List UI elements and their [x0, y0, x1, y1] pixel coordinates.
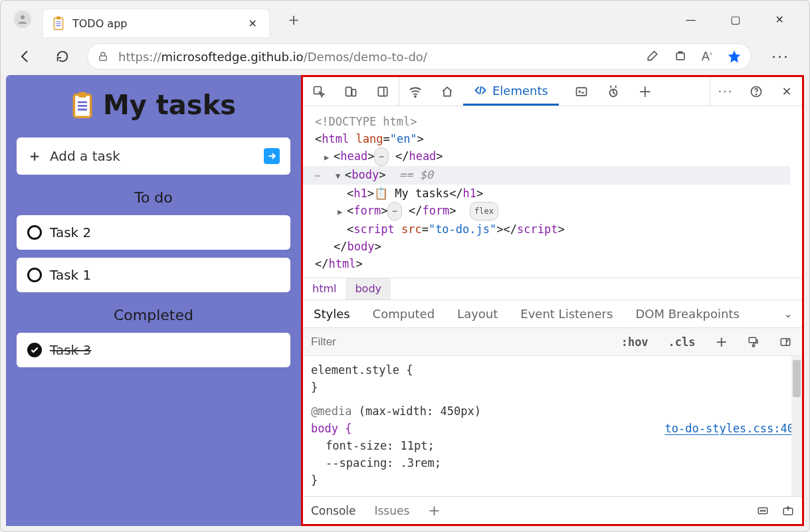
cls-toggle[interactable]: .cls — [664, 333, 700, 351]
lock-icon[interactable] — [97, 50, 109, 62]
svg-rect-7 — [676, 53, 684, 60]
clipboard-icon — [71, 91, 94, 119]
address-bar[interactable]: https://microsoftedge.github.io/Demos/de… — [87, 43, 752, 70]
source-link[interactable]: to-do-styles.css:40 — [665, 420, 794, 437]
crumb-html[interactable]: html — [303, 278, 346, 300]
title-bar: TODO app ✕ ＋ — ▢ ✕ — [1, 1, 809, 38]
scrollbar[interactable] — [791, 356, 802, 496]
panel-layout-icon[interactable] — [367, 85, 399, 98]
task-row[interactable]: Task 2 — [17, 215, 290, 250]
task-label: Task 1 — [50, 267, 91, 283]
close-icon[interactable]: ✕ — [771, 9, 788, 30]
task-row-completed[interactable]: Task 3 — [17, 333, 290, 367]
toolbar: https://microsoftedge.github.io/Demos/de… — [1, 38, 809, 75]
submit-arrow-icon[interactable] — [264, 148, 280, 164]
css-property[interactable]: --spacing: .3rem; — [311, 454, 794, 472]
clipboard-icon: 📋 — [374, 187, 388, 200]
checkbox-checked-icon[interactable] — [27, 343, 42, 357]
drawer-add-tab-icon[interactable]: + — [428, 502, 440, 519]
page-title: My tasks — [17, 90, 290, 120]
tab-computed[interactable]: Computed — [371, 302, 437, 326]
app-icon[interactable] — [674, 49, 687, 64]
svg-rect-16 — [378, 87, 387, 96]
clipboard-icon — [52, 16, 64, 31]
tab-layout[interactable]: Layout — [456, 302, 499, 326]
more-tools-icon[interactable]: ··· — [710, 77, 741, 106]
styles-filter-row: :hov .cls + — [303, 328, 802, 356]
source-link[interactable]: to-do-styles.css:1 — [672, 494, 794, 496]
maximize-icon[interactable]: ▢ — [726, 9, 744, 30]
checkbox-empty-icon[interactable] — [27, 225, 42, 240]
tab-close-icon[interactable]: ✕ — [246, 15, 260, 33]
tab-title: TODO app — [72, 17, 238, 30]
svg-rect-2 — [56, 17, 60, 19]
profile-avatar[interactable] — [14, 11, 31, 28]
network-conditions-icon[interactable] — [399, 84, 431, 99]
tab-dom-breakpoints[interactable]: DOM Breakpoints — [634, 302, 740, 326]
drawer-dock-icon[interactable] — [757, 505, 769, 517]
title-text: My tasks — [103, 90, 236, 120]
task-row[interactable]: Task 1 — [17, 258, 290, 292]
address-actions: A› — [635, 49, 742, 64]
add-task-card[interactable]: ＋ Add a task — [17, 137, 290, 175]
svg-line-25 — [613, 92, 615, 94]
css-property[interactable]: font-size: 11pt; — [311, 437, 794, 454]
todo-app: My tasks ＋ Add a task To do Task 2 Task … — [6, 75, 301, 526]
content-area: My tasks ＋ Add a task To do Task 2 Task … — [6, 75, 804, 526]
section-todo-label: To do — [17, 183, 290, 207]
svg-rect-14 — [346, 87, 352, 96]
new-style-rule-icon[interactable]: + — [712, 331, 732, 353]
help-icon[interactable] — [741, 77, 771, 106]
back-icon[interactable] — [14, 44, 38, 68]
drawer-tab-issues[interactable]: Issues — [375, 504, 410, 517]
dom-breadcrumbs: html body — [303, 278, 802, 300]
hover-toggle[interactable]: :hov — [617, 333, 653, 351]
console-shortcut-icon[interactable] — [565, 85, 597, 98]
chevron-down-icon[interactable]: ⌄ — [784, 308, 793, 320]
drawer-expand-icon[interactable] — [782, 505, 794, 517]
task-label: Task 2 — [50, 224, 91, 240]
dom-doctype: <!DOCTYPE html> — [315, 115, 417, 128]
svg-rect-6 — [100, 56, 107, 60]
svg-rect-9 — [78, 92, 86, 97]
styles-pane[interactable]: element.style { } @media (max-width: 450… — [303, 356, 802, 496]
styles-filter-input[interactable] — [310, 335, 605, 349]
minimize-icon[interactable]: — — [681, 9, 700, 30]
computed-toggle-icon[interactable] — [775, 333, 795, 351]
devtools-drawer: Console Issues + — [303, 496, 802, 524]
window-controls: — ▢ ✕ — [681, 9, 804, 30]
checkbox-empty-icon[interactable] — [27, 268, 42, 282]
welcome-icon[interactable] — [431, 85, 463, 98]
svg-line-19 — [480, 86, 481, 94]
favorite-star-icon[interactable] — [727, 49, 742, 64]
task-label: Task 3 — [50, 342, 91, 358]
add-tab-icon[interactable]: + — [629, 82, 661, 101]
section-completed-label: Completed — [17, 300, 290, 325]
browser-window: TODO app ✕ ＋ — ▢ ✕ https://microsoftedge… — [0, 0, 810, 532]
tab-styles[interactable]: Styles — [312, 302, 352, 326]
crumb-body[interactable]: body — [346, 278, 391, 300]
paint-icon[interactable] — [744, 333, 763, 351]
sources-icon[interactable] — [597, 84, 629, 99]
browser-tab[interactable]: TODO app ✕ — [43, 9, 269, 37]
svg-rect-15 — [352, 89, 356, 96]
settings-menu-icon[interactable]: ··· — [765, 44, 796, 69]
read-aloud-icon[interactable]: A› — [702, 49, 712, 64]
dom-tree[interactable]: <!DOCTYPE html> <html lang="en"> ▶<head>… — [303, 106, 802, 278]
tab-elements-label: Elements — [492, 84, 548, 98]
css-selector: element.style { — [311, 361, 794, 379]
refresh-icon[interactable] — [51, 45, 74, 68]
tab-elements[interactable]: Elements — [463, 77, 559, 106]
svg-point-33 — [762, 510, 763, 511]
svg-rect-20 — [576, 88, 586, 96]
drawer-tab-console[interactable]: Console — [311, 504, 356, 517]
edit-icon[interactable] — [646, 49, 659, 64]
svg-point-34 — [764, 510, 765, 511]
styles-tabstrip: Styles Computed Layout Event Listeners D… — [303, 300, 802, 328]
new-tab-button[interactable]: ＋ — [281, 4, 306, 35]
inspect-element-icon[interactable] — [303, 85, 335, 98]
tab-event-listeners[interactable]: Event Listeners — [519, 302, 614, 326]
devtools-close-icon[interactable]: ✕ — [771, 77, 802, 106]
device-toggle-icon[interactable] — [335, 85, 367, 98]
svg-rect-29 — [753, 345, 755, 346]
